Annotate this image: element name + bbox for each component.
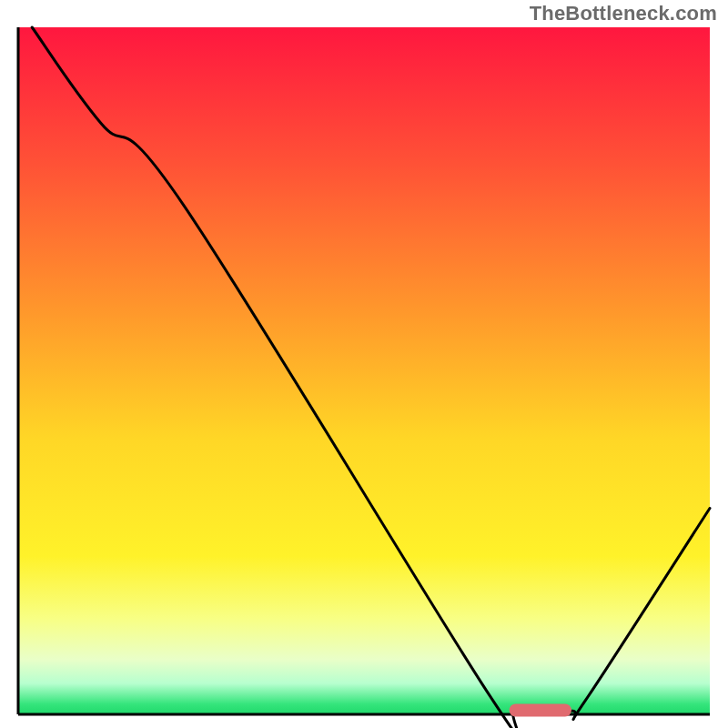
- optimum-marker: [510, 703, 571, 716]
- chart-background: [18, 27, 710, 714]
- chart-stage: TheBottleneck.com: [0, 0, 728, 728]
- bottleneck-chart: [0, 0, 728, 728]
